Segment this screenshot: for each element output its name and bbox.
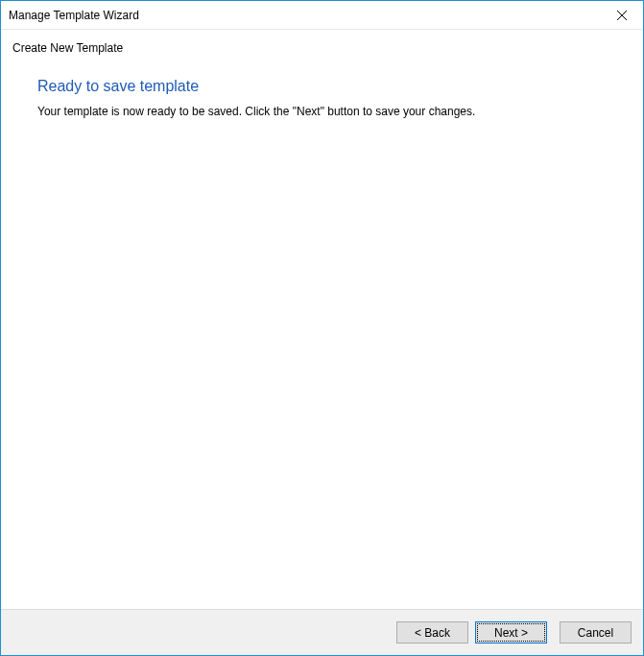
back-button[interactable]: < Back (396, 621, 468, 644)
next-button[interactable]: Next > (475, 621, 547, 644)
wizard-subtitle: Create New Template (12, 41, 123, 55)
content-area: Ready to save template Your template is … (1, 62, 643, 609)
subtitle-area: Create New Template (1, 30, 643, 62)
cancel-button[interactable]: Cancel (560, 621, 632, 644)
window-title: Manage Template Wizard (9, 9, 139, 22)
page-heading: Ready to save template (37, 78, 616, 95)
titlebar: Manage Template Wizard (1, 1, 643, 30)
close-button[interactable] (600, 1, 643, 29)
close-icon (617, 11, 627, 20)
page-description: Your template is now ready to be saved. … (37, 105, 616, 118)
footer: < Back Next > Cancel (1, 609, 643, 655)
wizard-window: Manage Template Wizard Create New Templa… (0, 0, 644, 656)
